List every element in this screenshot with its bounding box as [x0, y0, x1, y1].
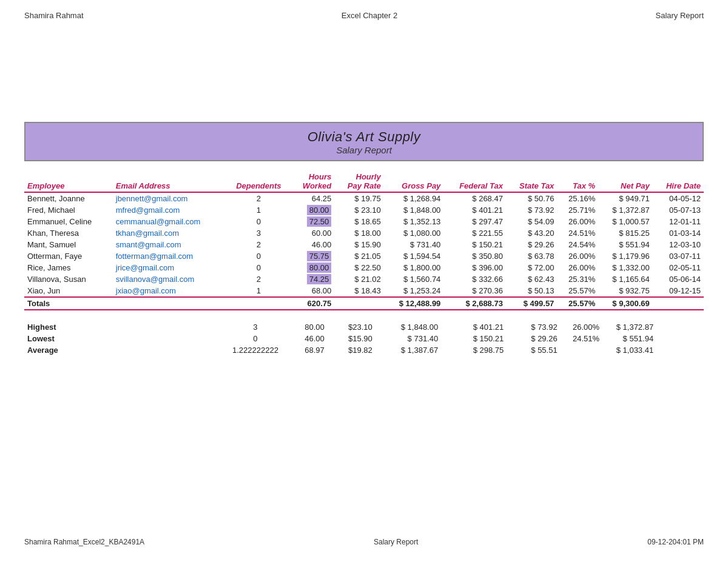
employee-federal: $ 350.80: [443, 250, 506, 262]
stats-highest-federal: $ 401.21: [441, 321, 507, 333]
col-header-taxpct-top: [557, 171, 598, 181]
employee-email[interactable]: jrice@gmail.com: [113, 262, 227, 273]
employee-email[interactable]: smant@gmail.com: [113, 239, 227, 250]
employee-email[interactable]: jbennett@gmail.com: [113, 192, 227, 204]
employee-state: $ 50.13: [506, 285, 557, 297]
employee-state: $ 72.00: [506, 262, 557, 273]
employee-netpay: $ 949.71: [598, 192, 653, 204]
highlighted-hours: 80.00: [307, 263, 332, 273]
employee-name: Otterman, Faye: [24, 250, 113, 262]
header-right: Salary Report: [656, 11, 704, 20]
employee-hourly: $ 15.90: [334, 239, 383, 250]
employee-gross: $ 731.40: [384, 239, 444, 250]
employee-dependents: 1: [226, 204, 291, 216]
totals-row: Totals 620.75 $ 12,488.99 $ 2,688.73 $ 4…: [24, 297, 704, 310]
col-header-dep-top: [226, 171, 291, 181]
employee-dependents: 0: [226, 216, 291, 227]
stats-lowest-federal: $ 150.21: [441, 333, 507, 344]
employee-dependents: 0: [226, 262, 291, 273]
stats-highest-row: Highest 3 80.00 $23.10 $ 1,848.00 $ 401.…: [24, 321, 704, 333]
employee-netpay: $ 1,165.64: [598, 273, 653, 285]
stats-highest-dep: 3: [225, 321, 286, 333]
table-row: Otterman, Faye fotterman@gmail.com 0 75.…: [24, 250, 704, 262]
report-subtitle: Salary Report: [25, 145, 703, 155]
employee-taxpct: 24.51%: [557, 227, 598, 239]
totals-netpay: $ 9,300.69: [598, 297, 653, 310]
footer-right: 09-12-204:01 PM: [647, 538, 704, 546]
employee-taxpct: 24.54%: [557, 239, 598, 250]
employee-name: Fred, Michael: [24, 204, 113, 216]
col-header-state-top: [506, 171, 557, 181]
employee-federal: $ 268.47: [443, 192, 506, 204]
totals-taxpct: 25.57%: [557, 297, 598, 310]
employee-email[interactable]: tkhan@gmail.com: [113, 227, 227, 239]
employee-hourly: $ 18.65: [334, 216, 383, 227]
employee-email[interactable]: mfred@gmail.com: [113, 204, 227, 216]
employee-hiredate: 05-06-14: [653, 273, 704, 285]
employee-dependents: 2: [226, 192, 291, 204]
totals-label: Totals: [24, 297, 113, 310]
employee-hiredate: 03-07-11: [653, 250, 704, 262]
employee-dependents: 0: [226, 250, 291, 262]
employee-dependents: 3: [226, 227, 291, 239]
employee-name: Xiao, Jun: [24, 285, 113, 297]
stats-lowest-gross: $ 731.40: [376, 333, 441, 344]
employee-hourly: $ 19.75: [334, 192, 383, 204]
col-header-hourly-top: Hourly: [334, 171, 383, 181]
col-header-hiredate-top: [653, 171, 704, 181]
stats-highest-hours: 80.00: [286, 321, 328, 333]
stats-lowest-state: $ 29.26: [507, 333, 560, 344]
stats-average-taxpct: [561, 344, 602, 356]
stats-average-federal: $ 298.75: [441, 344, 507, 356]
col-header-hiredate: Hire Date: [653, 181, 704, 192]
employee-email[interactable]: fotterman@gmail.com: [113, 250, 227, 262]
employee-hourly: $ 23.10: [334, 204, 383, 216]
header-center: Excel Chapter 2: [342, 11, 398, 20]
stats-average-hourly: $19.82: [328, 344, 376, 356]
stats-lowest-netpay: $ 551.94: [602, 333, 656, 344]
employee-gross: $ 1,268.94: [384, 192, 444, 204]
employee-name: Khan, Theresa: [24, 227, 113, 239]
stats-lowest-row: Lowest 0 46.00 $15.90 $ 731.40 $ 150.21 …: [24, 333, 704, 344]
employee-netpay: $ 1,332.00: [598, 262, 653, 273]
main-content: Olivia's Art Supply Salary Report Hours …: [0, 122, 728, 356]
employee-state: $ 62.43: [506, 273, 557, 285]
employee-hours: 80.00: [291, 262, 334, 273]
company-name: Olivia's Art Supply: [25, 129, 703, 145]
employee-email[interactable]: cemmanual@gmail.com: [113, 216, 227, 227]
page-footer: Shamira Rahmat_Excel2_KBA2491A Salary Re…: [0, 533, 728, 551]
employee-hiredate: 12-03-10: [653, 239, 704, 250]
highlighted-hours: 74.25: [307, 274, 332, 284]
table-header-row1: Hours Hourly: [24, 171, 704, 181]
employee-dependents: 1: [226, 285, 291, 297]
stats-lowest-hourly: $15.90: [328, 333, 376, 344]
stats-highest-taxpct: 26.00%: [561, 321, 602, 333]
stats-highest-state: $ 73.92: [507, 321, 560, 333]
employee-name: Villanova, Susan: [24, 273, 113, 285]
employee-hours: 46.00: [291, 239, 334, 250]
employee-name: Rice, James: [24, 262, 113, 273]
employee-state: $ 63.78: [506, 250, 557, 262]
employee-gross: $ 1,594.54: [384, 250, 444, 262]
stats-section: Highest 3 80.00 $23.10 $ 1,848.00 $ 401.…: [24, 321, 704, 356]
employee-dependents: 2: [226, 239, 291, 250]
employee-gross: $ 1,080.00: [384, 227, 444, 239]
employee-hiredate: 04-05-12: [653, 192, 704, 204]
employee-state: $ 43.20: [506, 227, 557, 239]
employee-state: $ 73.92: [506, 204, 557, 216]
stats-highest-gross: $ 1,848.00: [376, 321, 441, 333]
employee-federal: $ 401.21: [443, 204, 506, 216]
employee-taxpct: 26.00%: [557, 216, 598, 227]
footer-center: Salary Report: [374, 538, 418, 546]
table-header-row2: Employee Email Address Dependents Worked…: [24, 181, 704, 192]
employee-hiredate: 02-05-11: [653, 262, 704, 273]
employee-email[interactable]: svillanova@gmail.com: [113, 273, 227, 285]
employee-hours: 60.00: [291, 227, 334, 239]
employee-netpay: $ 932.75: [598, 285, 653, 297]
employee-netpay: $ 815.25: [598, 227, 653, 239]
employee-gross: $ 1,253.24: [384, 285, 444, 297]
employee-hiredate: 12-01-11: [653, 216, 704, 227]
employee-email[interactable]: jxiao@gmail.com: [113, 285, 227, 297]
stats-lowest-label: Lowest: [24, 333, 107, 344]
employee-gross: $ 1,848.00: [384, 204, 444, 216]
